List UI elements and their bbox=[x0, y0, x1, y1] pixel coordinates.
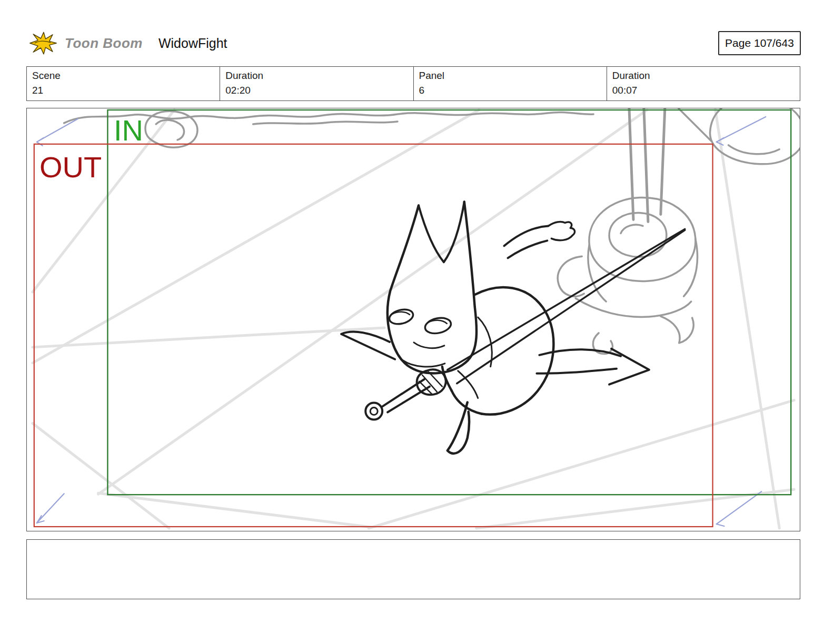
scene-duration-label: Duration bbox=[225, 70, 408, 82]
panel-label: Panel bbox=[419, 70, 601, 82]
character-sketch bbox=[341, 202, 684, 454]
camera-in-frame-rect bbox=[107, 110, 791, 495]
info-cell-scene-duration: Duration 02:20 bbox=[220, 67, 413, 100]
header-bar: Toon Boom WidowFight bbox=[29, 29, 227, 57]
scene-value: 21 bbox=[32, 85, 214, 97]
panel-value: 6 bbox=[419, 85, 601, 97]
camera-in-label: IN bbox=[114, 116, 143, 145]
camera-out-label: OUT bbox=[39, 153, 102, 182]
camera-move-arrows bbox=[37, 117, 766, 526]
info-cell-panel-duration: Duration 00:07 bbox=[607, 67, 800, 100]
scene-duration-value: 02:20 bbox=[225, 85, 408, 97]
info-cell-scene: Scene 21 bbox=[27, 67, 220, 100]
background-props-sketch bbox=[64, 108, 800, 354]
page-number-label: Page 107/643 bbox=[725, 37, 794, 49]
project-title: WidowFight bbox=[158, 36, 227, 51]
floor-perspective-lines bbox=[33, 109, 794, 528]
caption-box bbox=[26, 539, 800, 599]
panel-duration-value: 00:07 bbox=[612, 85, 795, 97]
panel-info-table: Scene 21 Duration 02:20 Panel 6 Duration… bbox=[26, 66, 800, 101]
panel-duration-label: Duration bbox=[612, 70, 795, 82]
toonboom-logo-icon bbox=[29, 31, 57, 55]
storyboard-sketch bbox=[27, 108, 800, 531]
storyboard-panel-frame: IN OUT bbox=[26, 108, 800, 531]
info-cell-panel: Panel 6 bbox=[413, 67, 607, 100]
scene-label: Scene bbox=[32, 70, 214, 82]
page-number-box: Page 107/643 bbox=[718, 31, 801, 55]
logo-wordmark: Toon Boom bbox=[65, 35, 143, 52]
